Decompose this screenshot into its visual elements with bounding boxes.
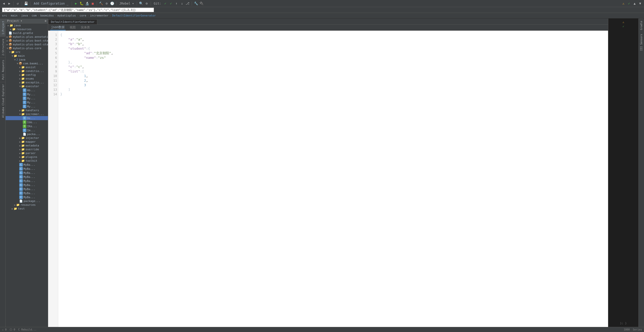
toolbar-up-btn[interactable]: ▲: [632, 1, 637, 6]
tree-item-com[interactable]: ▼ 📦 com.baomi...: [6, 62, 48, 65]
tree-item-core[interactable]: ▼ 📦 mybatis-plus-core: [6, 46, 48, 50]
tree-item-mybatis8[interactable]: C MyBa...: [6, 191, 48, 195]
toolbar-history-btn[interactable]: 🕐: [110, 1, 114, 6]
toolbar-plugin-btn[interactable]: 🔌: [199, 1, 204, 6]
tree-item-override[interactable]: ▶ 📁 override: [6, 147, 48, 151]
tree-item-mapper[interactable]: ▶ 📁 mapper: [6, 140, 48, 144]
breadcrumb-mybatisplus[interactable]: mybatisplus: [57, 14, 76, 17]
tree-item-handlers[interactable]: ▶ 📁 handlers: [6, 108, 48, 112]
tree-item-ike[interactable]: I IKe...: [6, 124, 48, 128]
tree-item-mybatis7[interactable]: C MyBa...: [6, 187, 48, 191]
tree-item-mybatis6[interactable]: C MyBa...: [6, 183, 48, 187]
tree-item-mybatis9[interactable]: C MyBa...: [6, 195, 48, 199]
tree-item-main[interactable]: ▼ 📁 main: [6, 54, 48, 58]
toolbar-save-btn[interactable]: 💾: [24, 1, 28, 6]
gradle-tab[interactable]: Gradle: [639, 19, 643, 32]
file-tab-default-id-gen[interactable]: DefaultIdentifierGenerator: [48, 19, 97, 24]
tree-item-annotation[interactable]: ▶ 📦 mybatis-plus-annotati...: [6, 35, 48, 39]
tree-item-boot-star1[interactable]: ▶ 📦 mybatis-plus-boot-star...: [6, 39, 48, 43]
toolbar-tools-btn[interactable]: 🔧: [194, 1, 198, 6]
tree-settings-icon[interactable]: ⚙: [45, 19, 46, 23]
editor-content[interactable]: { "a":"a", "b":"b", "student":{ "ad":"北京…: [58, 31, 608, 327]
tree-item-build-gradle[interactable]: ▶ 📄 build.gradle: [6, 31, 48, 35]
folder-icon: 📁: [14, 54, 17, 58]
tree-item-mybatis4[interactable]: C MyBa...: [6, 175, 48, 179]
tree-item-exception[interactable]: ▶ 📁 exceptio...: [6, 81, 48, 84]
toolbar-stop-btn[interactable]: ■: [90, 1, 95, 6]
breadcrumb-core[interactable]: core: [80, 14, 86, 17]
toolbar-rebuild-btn[interactable]: ⚙: [104, 1, 109, 6]
json-tab-entity[interactable]: 实体类: [80, 25, 91, 30]
toolbar-gear-btn[interactable]: ⚙: [144, 1, 149, 6]
tree-item-metadata[interactable]: ▶ 📁 metadata: [6, 144, 48, 147]
breadcrumb-incrementer[interactable]: incrementer: [90, 14, 108, 17]
tree-item-assist[interactable]: ▶ 📁 assist: [6, 65, 48, 69]
tree-item-mybatis3[interactable]: C MyBa...: [6, 171, 48, 175]
json-tab-view[interactable]: 视图: [69, 25, 77, 30]
tree-item-incrementer[interactable]: ▼ 📁 incremer...: [6, 112, 48, 116]
tree-item-enums[interactable]: ▶ 📁 enums: [6, 77, 48, 81]
sensors-tab[interactable]: III Sensors: [639, 32, 643, 53]
tree-item-boot-star2[interactable]: ▶ 📦 mybatis-plus-boot-star...: [6, 43, 48, 46]
project-label[interactable]: Project ▾: [7, 19, 22, 23]
breadcrumb-file[interactable]: DefaultIdentifierGenerator: [112, 14, 156, 17]
breadcrumb-baomidou[interactable]: baomidou: [40, 14, 54, 17]
tree-item-mybatis2[interactable]: C MyBa...: [6, 167, 48, 171]
left-tab-structure[interactable]: 2:Structure: [0, 36, 5, 58]
git-push-btn[interactable]: ↑: [174, 1, 179, 6]
tree-item-exec-my1[interactable]: C My...: [6, 92, 48, 96]
toolbar-alert-btn[interactable]: ⚠: [621, 1, 626, 6]
tree-item-src[interactable]: ▼ 📁 src: [6, 50, 48, 54]
breadcrumb-java[interactable]: java: [21, 14, 28, 17]
tree-item-injector[interactable]: ▶ 📁 injector: [6, 136, 48, 140]
tree-item-exec-ab[interactable]: C Ab...: [6, 88, 48, 92]
toolbar-debug-btn[interactable]: 🐛: [79, 1, 84, 6]
tree-item-package2[interactable]: 📄 package...: [6, 199, 48, 203]
tree-item-resources[interactable]: ▶ 📁 resources: [6, 27, 48, 31]
toolbar-back-btn[interactable]: ◀: [2, 1, 6, 6]
git-branch-btn[interactable]: ⎇: [185, 1, 190, 6]
tree-item-parser[interactable]: ▶ 📁 parser: [6, 151, 48, 155]
toolbar-revert-btn[interactable]: ↺: [15, 1, 20, 6]
tree-item-exec-my2[interactable]: C My...: [6, 96, 48, 100]
tree-item-mybatis5[interactable]: C MyBa...: [6, 179, 48, 183]
git-check-btn[interactable]: ✓: [163, 1, 168, 6]
breadcrumb-main[interactable]: main: [11, 14, 18, 17]
tree-item-java[interactable]: ▶ 📁 java: [6, 24, 48, 27]
git-tick-btn[interactable]: ✓: [169, 1, 173, 6]
tree-item-mybatis1[interactable]: C MyBa...: [6, 163, 48, 167]
tree-item-default-id-gen[interactable]: C De...: [6, 116, 48, 120]
left-tab-pull-requests[interactable]: Pull Requests: [0, 58, 5, 82]
tree-item-ide[interactable]: I Ide...: [6, 120, 48, 124]
tree-item-condition[interactable]: ▶ 📁 conditio...: [6, 69, 48, 73]
json-tab-data[interactable]: json数据: [50, 25, 66, 30]
tree-item-exec-my4[interactable]: C My...: [6, 104, 48, 108]
toolbar-down-btn[interactable]: ▼: [638, 1, 642, 6]
tree-item-package-info[interactable]: 📄 packa...: [6, 132, 48, 136]
tree-item-im[interactable]: C Im...: [6, 128, 48, 132]
jrebel-btn[interactable]: JRebel ▾: [118, 2, 135, 5]
tree-item-toolkit[interactable]: ▶ 📁 toolkit: [6, 159, 48, 163]
toolbar-check2-btn[interactable]: ✓: [627, 1, 631, 6]
tree-item-executor[interactable]: ▼ 📁 executor: [6, 84, 48, 88]
toolbar-build-btn[interactable]: 🔨: [99, 1, 103, 6]
add-configuration-btn[interactable]: Add Configuration _: [32, 1, 70, 6]
toolbar-coverage-btn[interactable]: 🔬: [85, 1, 89, 6]
tree-item-test[interactable]: ▶ 📁 test: [6, 207, 48, 211]
toolbar-search-btn[interactable]: 🔍: [139, 1, 143, 6]
left-tab-cloud[interactable]: Alibaba Cloud Explorer: [0, 82, 5, 120]
left-tab-project[interactable]: 1:Project: [0, 19, 5, 36]
breadcrumb-src[interactable]: src: [2, 14, 7, 17]
tree-item-config[interactable]: ▶ 📁 config: [6, 73, 48, 77]
git-pull-btn[interactable]: ↓: [180, 1, 184, 6]
breadcrumb-input[interactable]: [2, 8, 154, 12]
tree-item-plugins[interactable]: ▶ 📁 plugins: [6, 155, 48, 159]
folder-icon: 📁: [21, 113, 25, 116]
toolbar-run-btn[interactable]: ▶: [74, 1, 78, 6]
tree-item-exec-my3[interactable]: C My...: [6, 100, 48, 104]
toolbar-forward-btn[interactable]: ▶: [7, 1, 12, 6]
tree-arrow: ▶: [12, 207, 13, 210]
tree-item-resources2[interactable]: ▶ 📁 resources: [6, 203, 48, 207]
tree-item-java2[interactable]: ▼ J java: [6, 58, 48, 62]
breadcrumb-com[interactable]: com: [32, 14, 37, 17]
